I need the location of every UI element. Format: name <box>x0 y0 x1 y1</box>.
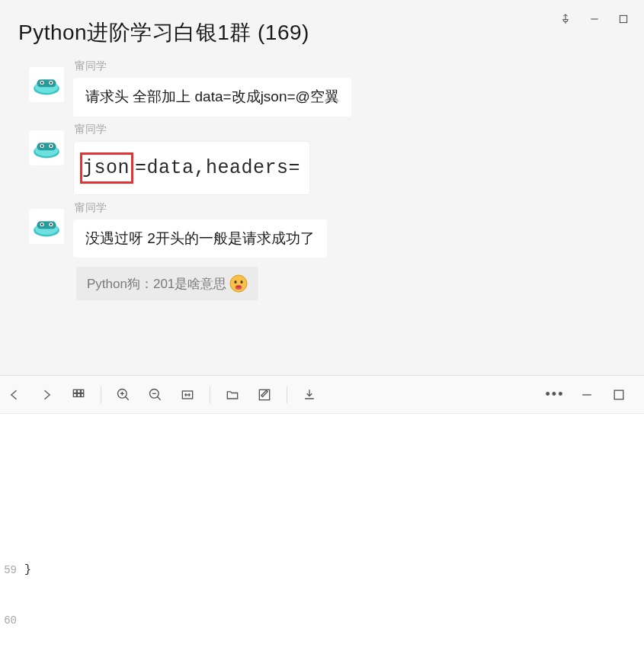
grid-icon[interactable] <box>64 380 93 409</box>
message-bubble[interactable]: 请求头 全部加上 data=改成json=@空翼 <box>73 78 351 117</box>
avatar[interactable] <box>29 67 64 102</box>
chat-titlebar: Python进阶学习白银1群 (169) <box>0 0 644 50</box>
fit-width-icon[interactable] <box>173 380 202 409</box>
chat-message: 甯同学 请求头 全部加上 data=改成json=@空翼 <box>0 55 644 118</box>
quote-text: Python狗：201是啥意思 <box>87 275 226 293</box>
avatar[interactable] <box>29 130 64 165</box>
chat-message: 甯同学 json=data,headers= <box>0 118 644 197</box>
message-image-bubble[interactable]: json=data,headers= <box>73 141 310 195</box>
highlighted-code: json <box>82 157 130 179</box>
line-number: 59 <box>3 562 24 579</box>
pin-icon[interactable] <box>559 12 572 26</box>
svg-rect-30 <box>81 390 83 393</box>
back-icon[interactable] <box>0 380 29 409</box>
code-text: =data,headers= <box>135 155 300 181</box>
chat-window: Python进阶学习白银1群 (169) 甯同学 请求头 全部加上 data=改… <box>0 0 644 375</box>
forward-icon[interactable] <box>32 380 61 409</box>
folder-icon[interactable] <box>218 380 247 409</box>
chat-window-controls <box>559 9 635 26</box>
toolbar-divider <box>287 386 287 403</box>
code-line: 59} <box>3 562 644 579</box>
editor-window: ••• 59} 60 61res=requests.post(url=url,j… <box>0 375 644 654</box>
toolbar-divider <box>210 386 210 403</box>
code-line: 60 <box>3 612 644 629</box>
emoji-icon <box>229 274 248 293</box>
svg-point-25 <box>241 281 243 284</box>
avatar[interactable] <box>29 209 64 244</box>
svg-point-14 <box>41 145 43 146</box>
svg-rect-33 <box>81 393 83 396</box>
zoom-out-icon[interactable] <box>141 380 170 409</box>
more-icon[interactable]: ••• <box>540 380 569 409</box>
editor-blank-area <box>0 414 644 528</box>
quote-bubble[interactable]: Python狗：201是啥意思 <box>76 267 258 300</box>
chat-messages[interactable]: 甯同学 请求头 全部加上 data=改成json=@空翼 甯同学 json=da… <box>0 50 644 375</box>
minimize-icon[interactable] <box>588 12 601 26</box>
line-number: 60 <box>3 612 24 629</box>
svg-point-7 <box>41 82 43 83</box>
sender-name: 甯同学 <box>73 123 310 136</box>
svg-rect-32 <box>77 393 80 396</box>
chat-title: Python进阶学习白银1群 (169) <box>18 9 559 47</box>
svg-rect-11 <box>37 143 56 150</box>
svg-point-8 <box>50 82 52 83</box>
code-text <box>24 612 644 629</box>
quote-row: Python狗：201是啥意思 <box>0 259 644 300</box>
toolbar-divider <box>101 386 101 403</box>
svg-point-24 <box>235 281 237 284</box>
svg-point-27 <box>236 286 241 288</box>
download-icon[interactable] <box>295 380 324 409</box>
code-snippet: json=data,headers= <box>78 146 305 190</box>
svg-rect-1 <box>620 15 626 22</box>
zoom-in-icon[interactable] <box>109 380 138 409</box>
code-area[interactable]: 59} 60 61res=requests.post(url=url,json=… <box>0 528 644 654</box>
svg-rect-18 <box>37 221 56 229</box>
message-bubble[interactable]: 没遇过呀 2开头的一般是请求成功了 <box>73 220 327 258</box>
svg-rect-4 <box>37 79 56 87</box>
svg-point-22 <box>50 223 52 225</box>
code-text: } <box>24 562 644 579</box>
editor-toolbar: ••• <box>0 376 644 414</box>
sender-name: 甯同学 <box>73 201 327 215</box>
svg-rect-31 <box>73 393 76 396</box>
edit-icon[interactable] <box>250 380 279 409</box>
svg-line-35 <box>126 396 129 399</box>
svg-rect-29 <box>77 390 80 393</box>
chat-message: 甯同学 没遇过呀 2开头的一般是请求成功了 <box>0 197 644 260</box>
svg-rect-28 <box>73 390 76 393</box>
maximize-icon[interactable] <box>617 12 630 26</box>
svg-point-21 <box>41 223 43 225</box>
svg-rect-45 <box>614 390 623 399</box>
minimize-icon[interactable] <box>572 380 601 409</box>
sender-name: 甯同学 <box>73 59 351 73</box>
svg-point-15 <box>50 145 52 146</box>
maximize-icon[interactable] <box>604 380 633 409</box>
svg-line-39 <box>158 396 161 399</box>
